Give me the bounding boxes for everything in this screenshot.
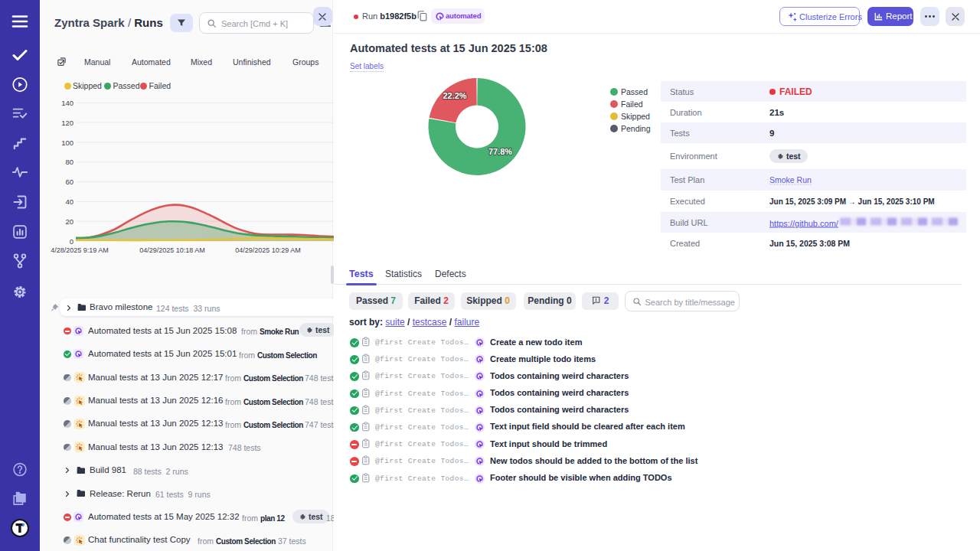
svg-text:100: 100 [61, 139, 74, 147]
svg-text:140: 140 [61, 99, 74, 107]
svg-text:60: 60 [65, 178, 74, 186]
svg-text:20: 20 [65, 217, 74, 226]
svg-text:77.8%: 77.8% [488, 147, 512, 156]
svg-text:22.2%: 22.2% [443, 91, 466, 100]
svg-text:4/28/2025 9:19 AM: 4/28/2025 9:19 AM [51, 246, 109, 254]
svg-text:40: 40 [65, 197, 74, 206]
svg-text:120: 120 [61, 119, 74, 127]
svg-text:0: 0 [70, 237, 74, 246]
svg-text:04/29/2025 10:29 AM: 04/29/2025 10:29 AM [235, 246, 301, 254]
svg-text:04/29/2025 10:18 AM: 04/29/2025 10:18 AM [139, 246, 205, 254]
svg-text:80: 80 [65, 158, 74, 166]
